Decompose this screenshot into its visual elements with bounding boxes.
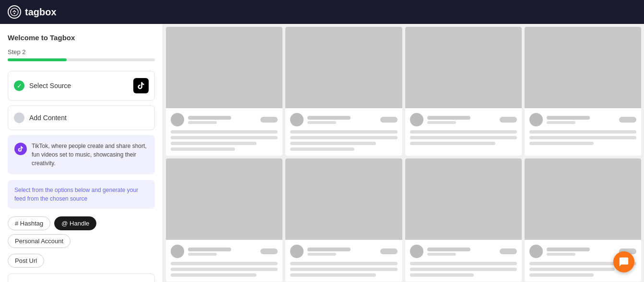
card-line bbox=[290, 147, 354, 151]
card-sub-line bbox=[547, 121, 575, 124]
app-header: tagbox bbox=[0, 0, 644, 24]
card-body bbox=[405, 240, 522, 282]
card-line bbox=[529, 136, 636, 139]
card-badge bbox=[500, 117, 517, 123]
svg-point-1 bbox=[14, 13, 15, 14]
selected-check-icon: ✓ bbox=[14, 280, 20, 282]
selected-message-box: ✓ You Have Selected Handle bbox=[8, 273, 155, 282]
card-avatar bbox=[529, 113, 543, 126]
card-lines bbox=[171, 130, 278, 151]
card-avatar bbox=[410, 113, 423, 126]
logo: tagbox bbox=[8, 5, 57, 19]
card-name-line bbox=[188, 116, 231, 120]
card-line bbox=[410, 273, 474, 277]
card-name-block bbox=[307, 116, 351, 124]
tiktok-info-icon bbox=[14, 143, 27, 155]
card-body bbox=[405, 108, 522, 150]
card-name-block bbox=[188, 116, 231, 124]
card-avatar bbox=[290, 245, 304, 258]
filter-buttons-row2: Post Url bbox=[8, 254, 155, 268]
card-line bbox=[290, 130, 397, 134]
card-line bbox=[171, 142, 257, 145]
card-user-row bbox=[290, 245, 397, 258]
card-name-line bbox=[427, 116, 470, 120]
content-card bbox=[166, 27, 282, 156]
card-user-left bbox=[290, 113, 351, 126]
card-body bbox=[525, 108, 641, 150]
sidebar: Welcome to Tagbox Step 2 ✓ Select Source… bbox=[0, 24, 163, 282]
card-lines bbox=[290, 262, 397, 277]
content-card bbox=[525, 27, 641, 156]
card-name-block bbox=[307, 248, 351, 256]
card-name-line bbox=[307, 248, 351, 251]
hashtag-filter-button[interactable]: Hashtag bbox=[8, 216, 50, 230]
info-box-text: TikTok, where people create and share sh… bbox=[32, 142, 148, 168]
card-avatar bbox=[171, 245, 184, 258]
card-body bbox=[166, 240, 282, 282]
card-name-block bbox=[547, 116, 590, 124]
card-sub-line bbox=[427, 121, 456, 124]
card-name-block bbox=[547, 248, 590, 256]
svg-point-0 bbox=[11, 8, 18, 16]
card-user-left bbox=[529, 245, 590, 258]
info-box: TikTok, where people create and share sh… bbox=[8, 135, 155, 174]
card-image bbox=[525, 158, 641, 240]
card-line bbox=[171, 130, 278, 134]
card-user-left bbox=[410, 113, 470, 126]
card-lines bbox=[290, 130, 397, 151]
card-line bbox=[290, 273, 376, 277]
logo-text: tagbox bbox=[25, 7, 57, 18]
card-sub-line bbox=[427, 253, 456, 256]
card-sub-line bbox=[307, 121, 336, 124]
content-card bbox=[285, 27, 402, 156]
handle-filter-button[interactable]: Handle bbox=[54, 216, 96, 230]
card-body bbox=[285, 108, 402, 156]
card-name-line bbox=[188, 248, 231, 251]
card-user-left bbox=[290, 245, 351, 258]
card-name-block bbox=[188, 248, 231, 256]
card-user-left bbox=[410, 245, 470, 258]
card-line bbox=[410, 136, 517, 139]
card-avatar bbox=[410, 245, 423, 258]
card-lines bbox=[529, 130, 636, 145]
step-select-source[interactable]: ✓ Select Source bbox=[8, 71, 155, 101]
content-card bbox=[405, 27, 522, 156]
card-lines bbox=[410, 262, 517, 277]
card-avatar bbox=[529, 245, 543, 258]
card-badge bbox=[619, 117, 636, 123]
card-line bbox=[171, 136, 278, 139]
source-options-box: Select from the options below and genera… bbox=[8, 180, 155, 209]
filter-buttons: Hashtag Handle Personal Account bbox=[8, 216, 155, 248]
card-body bbox=[285, 240, 402, 282]
card-line bbox=[410, 130, 517, 134]
card-avatar bbox=[290, 113, 304, 126]
card-image bbox=[405, 158, 522, 240]
card-image bbox=[285, 27, 402, 108]
post-url-filter-button[interactable]: Post Url bbox=[8, 254, 44, 268]
card-line bbox=[171, 147, 235, 151]
step-add-content-label: Add Content bbox=[29, 114, 67, 122]
card-badge bbox=[380, 117, 398, 123]
card-user-row bbox=[171, 113, 278, 126]
card-user-row bbox=[410, 245, 517, 258]
welcome-title: Welcome to Tagbox bbox=[8, 34, 155, 42]
step-select-source-left: ✓ Select Source bbox=[14, 80, 71, 91]
progress-bar-fill bbox=[8, 58, 67, 61]
card-badge bbox=[380, 248, 398, 254]
card-sub-line bbox=[307, 253, 336, 256]
card-name-block bbox=[427, 248, 470, 256]
card-sub-line bbox=[547, 253, 575, 256]
card-name-line bbox=[427, 248, 470, 251]
card-image bbox=[166, 27, 282, 108]
card-line bbox=[410, 268, 517, 271]
card-user-row bbox=[171, 245, 278, 258]
chat-button[interactable] bbox=[613, 251, 634, 272]
card-line bbox=[290, 142, 376, 145]
personal-account-filter-button[interactable]: Personal Account bbox=[8, 234, 70, 248]
card-line bbox=[410, 262, 517, 265]
card-lines bbox=[410, 130, 517, 145]
step-add-content[interactable]: Add Content bbox=[8, 105, 155, 130]
card-line bbox=[290, 136, 397, 139]
card-line bbox=[410, 142, 496, 145]
card-image bbox=[525, 27, 641, 108]
